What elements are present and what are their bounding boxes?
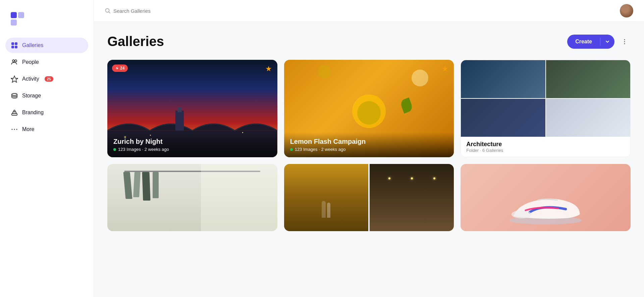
- sidebar-item-branding[interactable]: Branding: [5, 105, 88, 120]
- folder-img-3: [461, 99, 545, 137]
- flash-count: 24: [120, 66, 124, 71]
- folder-subtitle: Folder · 6 Galleries: [466, 148, 625, 153]
- storage-icon: [11, 92, 18, 99]
- content-header: Galleries Create: [107, 34, 631, 49]
- sidebar-item-more-label: More: [22, 126, 34, 132]
- svg-point-20: [624, 43, 625, 44]
- content-area: Galleries Create: [94, 22, 644, 297]
- sidebar-item-storage[interactable]: Storage: [5, 88, 88, 103]
- svg-rect-5: [11, 46, 14, 48]
- sidebar-item-storage-label: Storage: [22, 93, 41, 99]
- svg-rect-4: [15, 42, 17, 45]
- sidebar-item-galleries[interactable]: Galleries: [5, 38, 88, 53]
- sidebar-item-more[interactable]: More: [5, 122, 88, 137]
- wedding-img-reception: [370, 164, 454, 231]
- card-overlay-lemon: Lemon Flash Campaign 123 Images · 2 week…: [284, 132, 454, 157]
- sidebar-item-activity-label: Activity: [22, 76, 39, 82]
- svg-rect-3: [11, 42, 14, 45]
- folder-img-4: [546, 99, 630, 137]
- svg-point-7: [12, 60, 14, 62]
- folder-img-2: [546, 60, 630, 98]
- svg-marker-9: [11, 76, 18, 82]
- header-actions: Create: [567, 35, 631, 49]
- star-icon-zurich[interactable]: ★: [265, 65, 272, 73]
- create-dropdown-arrow[interactable]: [600, 35, 614, 48]
- search-icon: [105, 8, 111, 14]
- svg-point-15: [14, 129, 15, 130]
- card-title-lemon: Lemon Flash Campaign: [290, 138, 448, 145]
- svg-rect-1: [18, 12, 24, 18]
- svg-point-19: [624, 41, 625, 42]
- branding-icon: [11, 109, 18, 116]
- svg-point-16: [16, 129, 17, 130]
- card-meta-zurich: 123 Images · 2 weeks ago: [113, 147, 271, 152]
- svg-point-18: [624, 39, 625, 40]
- create-button-label: Create: [567, 35, 600, 49]
- svg-rect-6: [15, 46, 17, 48]
- card-meta-lemon: 123 Images · 2 weeks ago: [290, 147, 448, 152]
- svg-rect-2: [11, 19, 17, 26]
- sidebar-item-people-label: People: [22, 59, 39, 65]
- folder-img-1: [461, 60, 545, 98]
- folder-title: Architecture: [466, 141, 625, 148]
- sidebar-item-galleries-label: Galleries: [22, 42, 43, 48]
- chevron-down-icon: [605, 39, 610, 44]
- vertical-dots-icon: [621, 38, 628, 45]
- people-icon: [11, 58, 18, 66]
- activity-icon: [11, 75, 18, 83]
- star-icon-lemon[interactable]: ★: [442, 65, 448, 73]
- svg-point-10: [12, 93, 17, 95]
- topbar: [94, 0, 644, 22]
- flash-badge-zurich: 24: [112, 65, 128, 72]
- create-button[interactable]: Create: [567, 35, 614, 49]
- svg-rect-13: [14, 110, 15, 112]
- sidebar-item-activity[interactable]: Activity 25: [5, 71, 88, 87]
- galleries-icon: [11, 42, 18, 49]
- gallery-card-architecture[interactable]: Architecture Folder · 6 Galleries: [461, 60, 631, 157]
- avatar[interactable]: [620, 4, 633, 17]
- search-wrapper: [105, 8, 620, 14]
- sidebar-item-branding-label: Branding: [22, 110, 44, 116]
- card-overlay-zurich: Zurich by Night 123 Images · 2 weeks ago: [107, 132, 277, 157]
- active-dot: [113, 148, 116, 151]
- main-area: Galleries Create: [94, 0, 644, 297]
- svg-point-8: [15, 60, 17, 62]
- logo-area: [5, 8, 88, 38]
- gallery-grid-row2: [107, 164, 631, 231]
- active-dot-lemon: [290, 148, 293, 151]
- svg-point-14: [12, 129, 13, 130]
- gallery-card-wedding[interactable]: [284, 164, 454, 231]
- app-logo-icon: [9, 11, 25, 27]
- svg-point-25: [512, 210, 532, 218]
- gallery-card-lemon[interactable]: ★ Lemon Flash Campaign 123 Images · 2 we…: [284, 60, 454, 157]
- svg-rect-22: [175, 110, 184, 130]
- svg-point-17: [106, 9, 109, 12]
- activity-badge: 25: [45, 76, 53, 82]
- avatar-image: [620, 4, 633, 17]
- gallery-card-store[interactable]: [107, 164, 277, 231]
- search-input[interactable]: [113, 8, 214, 14]
- gallery-card-shoe[interactable]: [461, 164, 631, 231]
- sidebar-item-people[interactable]: People: [5, 54, 88, 70]
- svg-rect-0: [11, 12, 17, 18]
- card-title-zurich: Zurich by Night: [113, 138, 271, 145]
- gallery-card-zurich[interactable]: 24 ★ Zurich by Night 123 Images · 2 week…: [107, 60, 277, 157]
- more-options-button[interactable]: [619, 36, 631, 48]
- sidebar: Galleries People Activity 25: [0, 0, 94, 297]
- folder-images-grid: [461, 60, 630, 137]
- more-icon: [11, 126, 18, 133]
- wedding-img-couple: [284, 164, 368, 231]
- svg-rect-23: [177, 107, 182, 112]
- folder-info: Architecture Folder · 6 Galleries: [461, 137, 630, 157]
- gallery-grid-row1: 24 ★ Zurich by Night 123 Images · 2 week…: [107, 60, 631, 157]
- page-title: Galleries: [107, 34, 164, 49]
